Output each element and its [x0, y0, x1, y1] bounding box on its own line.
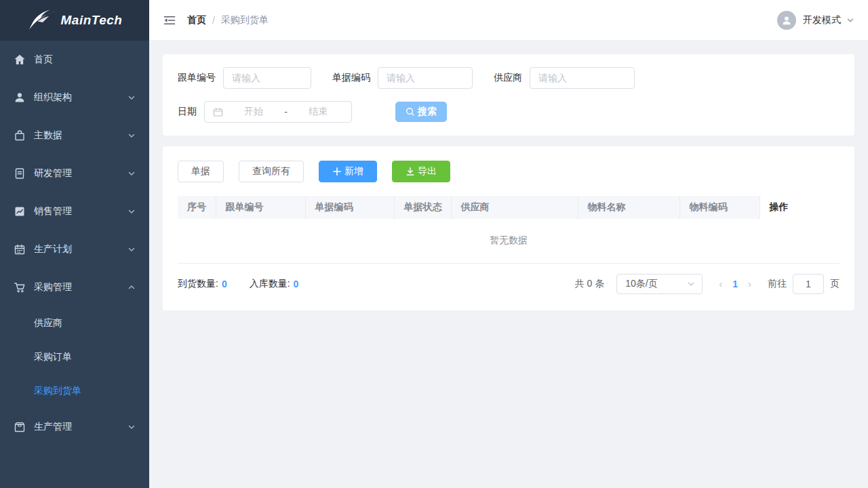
main-content: 跟单编号 单据编码 供应商 日期	[149, 41, 868, 488]
sidebar-item-supplier[interactable]: 供应商	[0, 306, 149, 340]
page-unit-label: 页	[830, 278, 840, 290]
sidebar-item-label: 研发管理	[34, 167, 127, 180]
app-logo: MainTech	[0, 0, 149, 41]
sidebar-subitem-label: 采购订单	[34, 351, 72, 363]
tracking-no-input[interactable]	[223, 67, 311, 89]
search-icon	[406, 107, 415, 117]
add-button-label: 新增	[344, 165, 363, 178]
goto-page-input[interactable]	[793, 274, 824, 294]
prev-page-button[interactable]: ‹	[715, 278, 726, 289]
date-end-placeholder[interactable]: 结束	[290, 106, 346, 118]
filter-field-doc-code: 单据编码	[332, 67, 473, 89]
filter-field-supplier: 供应商	[494, 67, 635, 89]
user-mode-label: 开发模式	[803, 14, 841, 26]
sidebar-item-purchase-order[interactable]: 采购订单	[0, 340, 149, 374]
total-count: 共 0 条	[575, 278, 605, 290]
document-icon	[14, 167, 26, 180]
inbound-qty: 入库数量: 0	[250, 278, 299, 290]
sidebar-fold-icon[interactable]	[163, 14, 176, 27]
sidebar-item-rnd[interactable]: 研发管理	[0, 155, 149, 192]
page-size-select[interactable]: 10条/页	[616, 274, 703, 294]
sidebar-item-label: 生产管理	[34, 421, 127, 433]
plus-icon	[332, 167, 342, 176]
download-icon	[406, 167, 415, 176]
calendar-icon	[14, 243, 26, 256]
col-tracking-no: 跟单编号	[216, 196, 305, 219]
sidebar-item-label: 生产计划	[34, 243, 127, 256]
data-table: 序号 跟单编号 单据编码 单据状态 供应商 物料名称 物料编码 操作 暂无数据	[178, 196, 840, 264]
chevron-down-icon	[687, 280, 695, 288]
sidebar-item-label: 组织架构	[34, 92, 127, 104]
doc-button[interactable]: 单据	[178, 161, 224, 182]
doc-code-input[interactable]	[378, 67, 473, 89]
sidebar: MainTech 首页 组织架构 主数据	[0, 0, 149, 488]
date-start-placeholder[interactable]: 开始	[226, 106, 281, 118]
sidebar-item-production-mgmt[interactable]: 生产管理	[0, 408, 149, 446]
topbar: 首页 / 采购到货单 开发模式	[149, 0, 868, 41]
chevron-up-icon	[127, 283, 136, 291]
avatar	[777, 11, 796, 30]
logo-text: MainTech	[61, 13, 123, 28]
logo-swoosh-icon	[27, 9, 58, 32]
sidebar-item-label: 销售管理	[34, 205, 127, 218]
goto-label: 前往	[768, 278, 787, 290]
sidebar-item-label: 首页	[34, 54, 136, 66]
home-icon	[14, 54, 26, 66]
chevron-down-icon	[127, 94, 136, 102]
col-actions: 操作	[760, 196, 840, 219]
next-page-button[interactable]: ›	[744, 278, 755, 289]
sidebar-item-home[interactable]: 首页	[0, 41, 149, 79]
add-button[interactable]: 新增	[319, 161, 377, 182]
chevron-down-icon	[127, 207, 136, 216]
col-doc-status: 单据状态	[394, 196, 451, 219]
sidebar-item-label: 采购管理	[34, 281, 127, 293]
table-empty-row: 暂无数据	[178, 219, 840, 263]
sidebar-item-master-data[interactable]: 主数据	[0, 117, 149, 155]
breadcrumb-separator: /	[212, 15, 215, 26]
table-header-row: 序号 跟单编号 单据编码 单据状态 供应商 物料名称 物料编码 操作	[178, 196, 840, 219]
search-button[interactable]: 搜索	[395, 102, 447, 122]
sidebar-item-production-plan[interactable]: 生产计划	[0, 230, 149, 268]
filter-label: 单据编码	[332, 72, 370, 84]
arrival-qty: 到货数量: 0	[178, 278, 227, 290]
filter-field-date: 日期 开始 - 结束	[178, 101, 352, 123]
chevron-down-icon	[127, 131, 136, 140]
date-range-picker[interactable]: 开始 - 结束	[204, 101, 352, 123]
user-menu[interactable]: 开发模式	[777, 11, 854, 30]
col-seq: 序号	[178, 196, 216, 219]
sidebar-menu: 首页 组织架构 主数据 研发管理	[0, 41, 149, 446]
sidebar-item-purchase[interactable]: 采购管理	[0, 268, 149, 306]
cart-icon	[14, 281, 26, 293]
table-panel: 单据 查询所有 新增 导出	[163, 146, 854, 310]
export-button-label: 导出	[418, 165, 437, 178]
sidebar-item-sales[interactable]: 销售管理	[0, 192, 149, 230]
arrival-qty-value: 0	[222, 279, 227, 289]
sidebar-item-label: 主数据	[34, 129, 127, 142]
pagination: 共 0 条 10条/页 ‹ 1 › 前往 页	[575, 274, 840, 294]
current-page[interactable]: 1	[726, 279, 744, 289]
breadcrumb-home[interactable]: 首页	[187, 14, 206, 26]
filter-label: 日期	[178, 106, 197, 118]
filter-label: 跟单编号	[178, 72, 216, 84]
query-all-button[interactable]: 查询所有	[239, 161, 304, 182]
toolbar: 单据 查询所有 新增 导出	[178, 161, 840, 182]
export-button[interactable]: 导出	[392, 161, 450, 182]
search-button-label: 搜索	[418, 106, 437, 118]
inbound-qty-value: 0	[294, 279, 299, 289]
sidebar-item-purchase-arrival[interactable]: 采购到货单	[0, 374, 149, 408]
empty-placeholder: 暂无数据	[178, 219, 840, 263]
chevron-down-icon	[127, 423, 136, 431]
box-icon	[14, 421, 26, 433]
calendar-icon	[213, 107, 223, 117]
doc-button-label: 单据	[191, 165, 210, 178]
sidebar-subitem-label: 采购到货单	[34, 385, 81, 397]
chevron-down-icon	[127, 245, 136, 253]
sidebar-item-org[interactable]: 组织架构	[0, 79, 149, 117]
col-doc-code: 单据编码	[305, 196, 394, 219]
chevron-down-icon	[846, 16, 854, 24]
filter-field-tracking-no: 跟单编号	[178, 67, 311, 89]
query-all-button-label: 查询所有	[252, 165, 290, 178]
breadcrumb-current: 采购到货单	[221, 14, 269, 26]
supplier-input[interactable]	[530, 67, 635, 89]
col-material-name: 物料名称	[578, 196, 679, 219]
